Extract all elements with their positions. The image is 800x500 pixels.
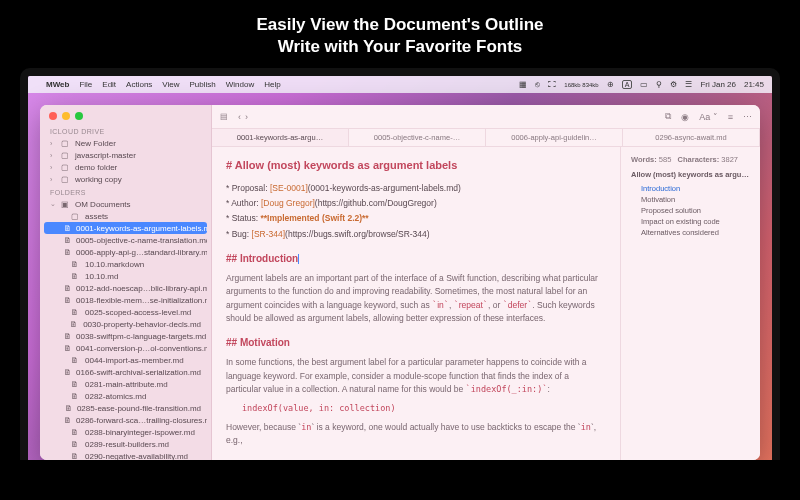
- folder-icon: ▣: [61, 200, 71, 209]
- menu-publish[interactable]: Publish: [190, 80, 216, 89]
- file-icon: 🗎: [71, 356, 81, 365]
- eye-icon[interactable]: ◉: [681, 112, 689, 122]
- file-icon: 🗎: [71, 428, 81, 437]
- file-icon: 🗎: [71, 272, 81, 281]
- sidebar-file-item[interactable]: 🗎0281-main-attribute.md: [44, 378, 207, 390]
- menubar-extra-icon[interactable]: ⛶: [548, 80, 556, 89]
- promo-heading: Easily View the Document's Outline Write…: [0, 0, 800, 68]
- minimize-button[interactable]: [62, 112, 70, 120]
- sidebar-file-item[interactable]: 🗎0288-binaryinteger-ispower.md: [44, 426, 207, 438]
- doc-heading-2: ## Introduction: [226, 251, 606, 267]
- sidebar-folder-root[interactable]: ⌄▣OM Documents: [44, 198, 207, 210]
- outline-item[interactable]: Alternatives considered: [631, 227, 750, 238]
- doc-meta-line: * Bug: [SR-344](https://bugs.swift.org/b…: [226, 228, 606, 241]
- file-icon: 🗎: [64, 368, 72, 377]
- document-tab[interactable]: 0001-keywords-as-argu…: [212, 129, 349, 146]
- outline-title[interactable]: Allow (most) keywords as argume…: [631, 170, 750, 179]
- more-icon[interactable]: ⋯: [743, 112, 752, 122]
- doc-meta-line: * Author: [Doug Gregor](https://github.c…: [226, 197, 606, 210]
- sidebar-file-item[interactable]: 🗎0044-import-as-member.md: [44, 354, 207, 366]
- app-menu[interactable]: MWeb: [46, 80, 69, 89]
- nav-forward-button[interactable]: ›: [245, 112, 248, 122]
- sidebar-file-item[interactable]: 🗎10.10.md: [44, 270, 207, 282]
- zoom-button[interactable]: [75, 112, 83, 120]
- doc-stats: Words: 585 Characters: 3827: [631, 155, 750, 164]
- sidebar-file-item[interactable]: 🗎0018-flexible-mem…se-initialization.md: [44, 294, 207, 306]
- sidebar-file-item[interactable]: 🗎0285-ease-pound-file-transition.md: [44, 402, 207, 414]
- sidebar-toggle-icon[interactable]: ▤: [220, 112, 228, 121]
- outline-item[interactable]: Introduction: [631, 183, 750, 194]
- sidebar-icloud-item[interactable]: ›▢demo folder: [44, 161, 207, 173]
- sidebar-folder-assets[interactable]: ▢assets: [44, 210, 207, 222]
- sidebar-file-item[interactable]: 🗎0041-conversion-p…ol-conventions.md: [44, 342, 207, 354]
- menubar-battery-icon[interactable]: ▭: [640, 80, 648, 89]
- sidebar-icloud-item[interactable]: ›▢javascript-master: [44, 149, 207, 161]
- menubar-extra-icon[interactable]: ▦: [519, 80, 527, 89]
- folder-icon: ▢: [61, 151, 71, 160]
- menu-edit[interactable]: Edit: [102, 80, 116, 89]
- sidebar-file-item[interactable]: 🗎0006-apply-api-g…standard-library.md: [44, 246, 207, 258]
- sidebar-icloud-item[interactable]: ›▢New Folder: [44, 137, 207, 149]
- sidebar-file-item[interactable]: 🗎0290-negative-availability.md: [44, 450, 207, 460]
- file-icon: 🗎: [71, 308, 81, 317]
- file-icon: 🗎: [70, 320, 79, 329]
- editor[interactable]: # Allow (most) keywords as argument labe…: [212, 147, 620, 460]
- file-icon: 🗎: [64, 284, 72, 293]
- sidebar-file-item[interactable]: 🗎0289-result-builders.md: [44, 438, 207, 450]
- menubar-search-icon[interactable]: ⚙: [670, 80, 677, 89]
- menubar-wifi-icon[interactable]: ⚲: [656, 80, 662, 89]
- sidebar-file-item[interactable]: 🗎0038-swiftpm-c-language-targets.md: [44, 330, 207, 342]
- sidebar-file-item[interactable]: 🗎0166-swift-archival-serialization.md: [44, 366, 207, 378]
- file-icon: 🗎: [65, 404, 73, 413]
- folder-icon: ▢: [61, 139, 71, 148]
- sidebar-file-item[interactable]: 🗎0012-add-noescap…blic-library-api.md: [44, 282, 207, 294]
- document-tab[interactable]: 0296-async-await.md: [623, 129, 760, 146]
- sidebar-file-item[interactable]: 🗎0025-scoped-access-level.md: [44, 306, 207, 318]
- outline-item[interactable]: Impact on existing code: [631, 216, 750, 227]
- doc-heading-2: ## Motivation: [226, 335, 606, 351]
- sidebar-file-item[interactable]: 🗎10.10.markdown: [44, 258, 207, 270]
- tab-bar: 0001-keywords-as-argu…0005-objective-c-n…: [212, 129, 760, 147]
- menubar-time[interactable]: 21:45: [744, 80, 764, 89]
- file-icon: 🗎: [71, 452, 81, 461]
- outline-toggle-icon[interactable]: ≡: [728, 112, 733, 122]
- menubar-extra-icon[interactable]: ⎋: [535, 80, 540, 89]
- sidebar-file-item[interactable]: 🗎0282-atomics.md: [44, 390, 207, 402]
- sidebar-file-item[interactable]: 🗎0001-keywords-as-argument-labels.md: [44, 222, 207, 234]
- close-button[interactable]: [49, 112, 57, 120]
- nav-back-button[interactable]: ‹: [238, 112, 241, 122]
- outline-item[interactable]: Proposed solution: [631, 205, 750, 216]
- menu-view[interactable]: View: [162, 80, 179, 89]
- doc-paragraph: Argument labels are an important part of…: [226, 272, 606, 325]
- main-pane: ▤ ‹ › ⧉ ◉ Aa ˅ ≡ ⋯: [212, 105, 760, 460]
- sidebar-icloud-item[interactable]: ›▢working copy: [44, 173, 207, 185]
- menu-window[interactable]: Window: [226, 80, 254, 89]
- folder-icon: ▢: [61, 163, 71, 172]
- menu-file[interactable]: File: [79, 80, 92, 89]
- sidebar-file-item[interactable]: 🗎0286-forward-sca…trailing-closures.md: [44, 414, 207, 426]
- outline-item[interactable]: Motivation: [631, 194, 750, 205]
- file-icon: 🗎: [64, 296, 72, 305]
- doc-paragraph: However, because `in` is a keyword, one …: [226, 421, 606, 447]
- font-button[interactable]: Aa ˅: [699, 112, 718, 122]
- sidebar-file-item[interactable]: 🗎0030-property-behavior-decls.md: [44, 318, 207, 330]
- file-icon: 🗎: [71, 440, 81, 449]
- sidebar-file-item[interactable]: 🗎0005-objective-c-name-translation.md: [44, 234, 207, 246]
- doc-meta-line: * Proposal: [SE-0001](0001-keywords-as-a…: [226, 182, 606, 195]
- menubar-keyboard-icon[interactable]: A: [622, 80, 633, 89]
- menubar-control-center-icon[interactable]: ☰: [685, 80, 692, 89]
- menubar-date[interactable]: Fri Jan 26: [700, 80, 736, 89]
- document-tab[interactable]: 0005-objective-c-name-…: [349, 129, 486, 146]
- preview-toggle-icon[interactable]: ⧉: [665, 111, 671, 122]
- menubar-stats[interactable]: 168kb 834kb: [564, 82, 598, 88]
- document-tab[interactable]: 0006-apply-api-guidelin…: [486, 129, 623, 146]
- menubar-input-icon[interactable]: ⊕: [607, 80, 614, 89]
- file-icon: 🗎: [64, 332, 72, 341]
- menu-help[interactable]: Help: [264, 80, 280, 89]
- menu-actions[interactable]: Actions: [126, 80, 152, 89]
- laptop-frame: MWeb File Edit Actions View Publish Wind…: [20, 68, 780, 460]
- file-icon: 🗎: [64, 236, 72, 245]
- macos-menubar: MWeb File Edit Actions View Publish Wind…: [28, 76, 772, 93]
- doc-paragraph: In some functions, the best argument lab…: [226, 356, 606, 396]
- app-window: ICLOUD DRIVE ›▢New Folder›▢javascript-ma…: [40, 105, 760, 460]
